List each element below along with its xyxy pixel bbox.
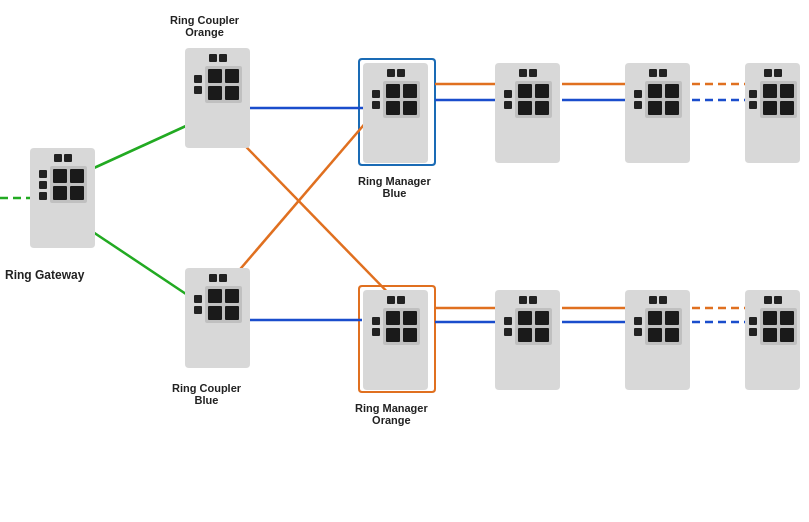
port-sq: [648, 101, 662, 115]
device-switch-bot-3: [625, 290, 690, 390]
port-sq: [763, 311, 777, 325]
device-manager-blue: [363, 63, 428, 163]
port-sq: [648, 328, 662, 342]
port: [39, 192, 47, 200]
port-sq: [648, 84, 662, 98]
device-coupler-blue: [185, 268, 250, 368]
port-sq: [518, 101, 532, 115]
port: [209, 274, 217, 282]
port-sq: [208, 306, 222, 320]
port-sq: [535, 84, 549, 98]
port-sq: [225, 289, 239, 303]
port: [659, 69, 667, 77]
port-sq: [665, 84, 679, 98]
port-sq: [763, 328, 777, 342]
port-sq: [208, 69, 222, 83]
port-sq: [386, 101, 400, 115]
port-sq: [403, 84, 417, 98]
label-ring-manager-blue: Ring ManagerBlue: [358, 175, 431, 199]
port: [194, 306, 202, 314]
port: [749, 328, 757, 336]
device-manager-orange: [363, 290, 428, 390]
port-sq: [403, 101, 417, 115]
port-sq: [535, 101, 549, 115]
port: [209, 54, 217, 62]
port-sq: [780, 101, 794, 115]
device-switch-bot-4: [745, 290, 800, 390]
port: [54, 154, 62, 162]
label-ring-gateway: Ring Gateway: [5, 268, 84, 282]
port: [519, 296, 527, 304]
device-switch-top-4: [745, 63, 800, 163]
port: [749, 101, 757, 109]
port: [372, 317, 380, 325]
port: [749, 90, 757, 98]
port: [372, 90, 380, 98]
port: [749, 317, 757, 325]
port-sq: [665, 328, 679, 342]
port: [504, 101, 512, 109]
port-sq: [780, 328, 794, 342]
port: [39, 181, 47, 189]
port-sq: [225, 69, 239, 83]
port-sq: [386, 328, 400, 342]
label-ring-coupler-blue: Ring CouplerBlue: [172, 382, 241, 406]
device-switch-top-2: [495, 63, 560, 163]
port-sq: [208, 86, 222, 100]
port-sq: [518, 328, 532, 342]
diagram-container: Ring Gateway Ring CouplerOrang: [0, 0, 809, 522]
port: [387, 69, 395, 77]
label-ring-manager-orange: Ring ManagerOrange: [355, 402, 428, 426]
port-sq: [386, 311, 400, 325]
device-switch-bot-2: [495, 290, 560, 390]
port-sq: [535, 311, 549, 325]
port: [634, 328, 642, 336]
port: [529, 69, 537, 77]
port-sq: [763, 84, 777, 98]
port-sq: [53, 186, 67, 200]
port: [504, 317, 512, 325]
port: [397, 69, 405, 77]
port: [634, 317, 642, 325]
port: [372, 101, 380, 109]
port: [372, 328, 380, 336]
port-sq: [70, 186, 84, 200]
port-sq: [780, 311, 794, 325]
port-sq: [518, 311, 532, 325]
port-sq: [70, 169, 84, 183]
port-sq: [535, 328, 549, 342]
port: [649, 69, 657, 77]
port: [659, 296, 667, 304]
port: [774, 296, 782, 304]
port-sq: [665, 311, 679, 325]
port-sq: [225, 86, 239, 100]
port: [764, 69, 772, 77]
port: [39, 170, 47, 178]
port-sq: [763, 101, 777, 115]
port: [194, 295, 202, 303]
port: [219, 54, 227, 62]
port-sq: [403, 328, 417, 342]
port: [774, 69, 782, 77]
device-gateway: [30, 148, 95, 248]
port: [529, 296, 537, 304]
port: [504, 90, 512, 98]
port: [519, 69, 527, 77]
port-sq: [518, 84, 532, 98]
port: [387, 296, 395, 304]
device-coupler-orange: [185, 48, 250, 148]
port: [194, 75, 202, 83]
port-sq: [648, 311, 662, 325]
port-sq: [403, 311, 417, 325]
device-switch-top-3: [625, 63, 690, 163]
label-ring-coupler-orange: Ring CouplerOrange: [170, 14, 239, 38]
port-sq: [386, 84, 400, 98]
port-sq: [225, 306, 239, 320]
port-sq: [780, 84, 794, 98]
port: [764, 296, 772, 304]
port: [634, 90, 642, 98]
port: [397, 296, 405, 304]
port-sq: [665, 101, 679, 115]
port-sq: [208, 289, 222, 303]
port-sq: [53, 169, 67, 183]
